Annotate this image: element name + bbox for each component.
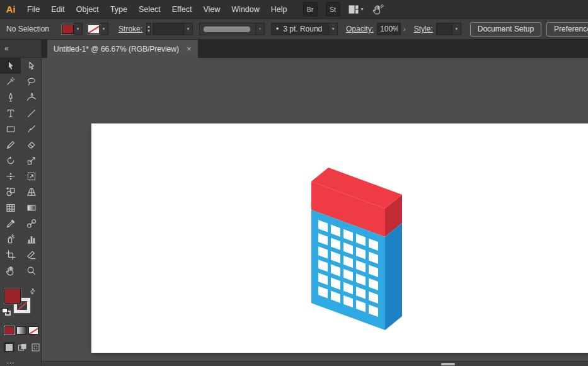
lasso-tool[interactable] [21,74,42,89]
edit-toolbar-ellipsis[interactable]: … [6,356,15,365]
menu-help[interactable]: Help [265,0,293,18]
column-graph-tool[interactable] [21,231,42,247]
stroke-swatch[interactable] [88,25,100,34]
document-tab[interactable]: Untitled-1* @ 66.67% (RGB/Preview) × [47,40,198,58]
width-tool[interactable] [0,168,21,184]
draw-inside-button[interactable] [30,342,41,352]
canvas-area[interactable] [42,58,588,366]
chevron-down-icon[interactable]: ▾ [256,23,265,35]
drawing-mode-buttons [0,342,41,352]
curvature-tool[interactable] [21,89,42,105]
none-button[interactable] [28,326,38,335]
touch-workspace-button[interactable] [372,4,384,14]
chevron-down-icon[interactable]: ▾ [184,23,193,35]
menu-type[interactable]: Type [105,0,133,18]
menu-file[interactable]: File [21,0,45,18]
chevron-down-icon: ▾ [361,6,364,12]
menu-view[interactable]: View [197,0,226,18]
eraser-tool[interactable] [21,137,42,152]
type-tool[interactable] [0,105,21,121]
free-transform-tool[interactable] [21,168,42,184]
opacity-options-arrow[interactable]: › [403,25,406,33]
gradient-tool[interactable] [21,200,42,215]
draw-normal-button[interactable] [4,342,14,352]
perspective-grid-tool-icon [26,186,37,198]
eyedropper-tool[interactable] [0,215,21,231]
artwork-calendar-icon[interactable] [42,58,588,366]
style-value[interactable] [436,23,453,35]
menu-select[interactable]: Select [133,0,166,18]
document-setup-button[interactable]: Document Setup [470,22,541,37]
shape-builder-tool-icon [5,186,16,198]
slice-tool-icon [26,249,37,261]
direct-selection-tool-icon [26,60,37,72]
menu-window[interactable]: Window [226,0,265,18]
illustrator-logo[interactable]: Ai [0,0,21,19]
blend-tool[interactable] [21,215,42,231]
stroke-weight-value[interactable] [153,23,184,35]
selection-tool[interactable] [0,58,21,74]
artboard-tool[interactable] [0,247,21,263]
magic-wand-tool[interactable] [0,74,21,89]
scale-tool-icon [26,155,37,166]
tools-panel: « ⇄ [0,40,42,366]
brush-name: 3 pt. Round [283,25,322,33]
menu-effect[interactable]: Effect [166,0,198,18]
stroke-color-control[interactable]: ▾ [88,23,108,35]
chevron-down-icon[interactable]: ▾ [74,23,83,35]
horizontal-scrollbar[interactable] [42,361,588,366]
hand-tool[interactable] [0,263,21,278]
fill-color-swatch[interactable] [4,289,21,304]
width-profile-preview[interactable] [199,23,256,35]
shape-builder-tool[interactable] [0,184,21,200]
width-profile-select[interactable]: ▾ [199,23,265,35]
stroke-weight-stepper[interactable]: ▲ ▼ [146,23,151,35]
line-segment-tool[interactable] [21,105,42,121]
fill-color-control[interactable]: ▾ [62,23,83,35]
collapse-panel-button[interactable]: « [4,44,9,53]
column-graph-tool-icon [26,234,37,245]
workspace-switcher[interactable]: ▾ [349,5,364,14]
opacity-label[interactable]: Opacity: [346,25,374,33]
chevron-down-icon[interactable]: ▾ [100,23,108,35]
scrollbar-thumb[interactable] [441,363,455,365]
swap-fill-stroke-icon[interactable]: ⇄ [28,287,38,297]
perspective-grid-tool[interactable] [21,184,42,200]
direct-selection-tool[interactable] [21,58,42,74]
close-icon[interactable]: × [187,44,192,54]
bridge-button[interactable]: Br [303,2,318,16]
stroke-weight-select[interactable]: ▾ [153,23,193,35]
rectangle-tool[interactable] [0,121,21,137]
style-label[interactable]: Style: [414,25,433,33]
shaper-tool-icon [5,139,16,151]
stock-button[interactable]: St [326,2,340,16]
workspace-layout-icon [349,5,359,14]
preferences-button[interactable]: Preferences [546,22,588,37]
stroke-label[interactable]: Stroke: [118,25,142,33]
shaper-tool[interactable] [0,137,21,152]
chevron-down-icon[interactable]: ▾ [329,23,338,35]
opacity-input[interactable] [377,23,401,35]
fill-swatch[interactable] [62,25,74,34]
chevron-down-icon[interactable]: ▾ [453,23,461,35]
color-button[interactable] [4,326,14,335]
menu-edit[interactable]: Edit [45,0,71,18]
default-fill-stroke-icon[interactable] [2,308,12,317]
zoom-tool[interactable] [21,263,42,278]
menu-object[interactable]: Object [71,0,105,18]
pen-tool[interactable] [0,89,21,105]
gradient-button[interactable] [16,326,26,335]
scale-tool[interactable] [21,152,42,168]
symbol-sprayer-tool[interactable] [0,231,21,247]
tab-strip: Untitled-1* @ 66.67% (RGB/Preview) × [42,40,588,58]
spinner-down-icon[interactable]: ▼ [147,29,151,33]
style-select[interactable]: ▾ [436,23,461,35]
brush-definition-select[interactable]: • 3 pt. Round ▾ [271,23,338,35]
draw-behind-button[interactable] [17,342,28,352]
brush-definition-value[interactable]: • 3 pt. Round [271,23,329,35]
paintbrush-tool[interactable] [21,121,42,137]
spinner-up-icon[interactable]: ▲ [147,25,151,29]
slice-tool[interactable] [21,247,42,263]
rotate-tool[interactable] [0,152,21,168]
mesh-tool[interactable] [0,200,21,215]
